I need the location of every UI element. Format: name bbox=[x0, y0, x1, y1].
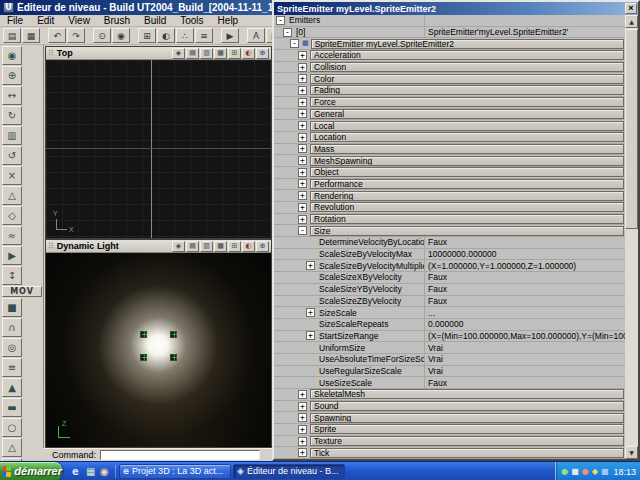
property-value[interactable]: (X=1.000000,Y=1.000000,Z=1.000000) bbox=[424, 260, 625, 271]
viewport-grip-icon[interactable]: ⠿ bbox=[48, 242, 54, 251]
zoom-mode-icon[interactable]: ⊕ bbox=[256, 241, 269, 252]
expander-icon[interactable]: + bbox=[306, 331, 315, 340]
mover-tool-button[interactable]: MOV bbox=[2, 286, 42, 297]
redo-icon[interactable]: ↷ bbox=[67, 28, 85, 43]
quicklaunch-media-icon[interactable]: ◉ bbox=[94, 464, 108, 478]
camera-icon[interactable]: ◉ bbox=[112, 28, 130, 43]
zone-portal-mode-icon[interactable]: ▥ bbox=[200, 48, 213, 59]
expander-icon[interactable]: + bbox=[298, 437, 307, 446]
close-icon[interactable]: × bbox=[625, 3, 637, 14]
property-row[interactable]: UniformSize Vrai bbox=[274, 342, 625, 354]
property-value[interactable]: Faux bbox=[424, 284, 625, 295]
command-input[interactable] bbox=[100, 450, 260, 460]
property-row[interactable]: + Acceleration bbox=[274, 50, 625, 62]
zone-portal-mode-icon[interactable]: ▥ bbox=[200, 241, 213, 252]
expander-icon[interactable]: + bbox=[298, 448, 307, 457]
property-row[interactable]: - Emitters bbox=[274, 15, 625, 27]
expander-icon[interactable]: - bbox=[276, 16, 285, 25]
property-row[interactable]: + Fading bbox=[274, 85, 625, 97]
textured-mode-icon[interactable]: ⊞ bbox=[228, 48, 241, 59]
save-icon[interactable]: ▦ bbox=[22, 28, 40, 43]
properties-scrollbar[interactable]: ▲ ▼ bbox=[625, 15, 638, 459]
texture-pan-icon[interactable]: ▥ bbox=[2, 126, 22, 145]
expander-icon[interactable]: + bbox=[298, 390, 307, 399]
menu-item[interactable]: File bbox=[0, 15, 30, 27]
matinee-icon[interactable]: ▶ bbox=[2, 246, 22, 265]
curved-stair-brush-icon[interactable]: ∩ bbox=[2, 318, 22, 337]
expander-icon[interactable]: + bbox=[298, 86, 307, 95]
spiral-stair-brush-icon[interactable]: ◎ bbox=[2, 338, 22, 357]
particle-sprite-icon[interactable]: + bbox=[140, 354, 147, 361]
properties-titlebar[interactable]: SpriteEmitter myLevel.SpriteEmitter2 × bbox=[274, 2, 638, 15]
property-value[interactable]: 0.000000 bbox=[424, 319, 625, 330]
property-row[interactable]: + Sound bbox=[274, 401, 625, 413]
terrain-brush-icon[interactable]: ▲ bbox=[2, 378, 22, 397]
quicklaunch-show-desktop-icon[interactable]: ▦ bbox=[80, 464, 94, 478]
menu-item[interactable]: View bbox=[61, 15, 97, 27]
cube-brush-icon[interactable]: ■ bbox=[2, 298, 22, 317]
realtime-preview-icon[interactable]: ◈ bbox=[172, 48, 185, 59]
property-row[interactable]: ScaleSizeYByVelocity Faux bbox=[274, 284, 625, 296]
expander-icon[interactable]: - bbox=[283, 28, 292, 37]
property-row[interactable]: + Spawning bbox=[274, 412, 625, 424]
property-value[interactable]: SpriteEmitter'myLevel.SpriteEmitter2' bbox=[424, 27, 625, 38]
particle-sprite-icon[interactable]: + bbox=[170, 354, 177, 361]
property-value[interactable]: Faux bbox=[424, 377, 625, 388]
expander-icon[interactable]: + bbox=[298, 215, 307, 224]
property-value[interactable] bbox=[424, 15, 625, 26]
property-row[interactable]: + SizeScale ... bbox=[274, 307, 625, 319]
tray-icon-5[interactable]: ■ bbox=[601, 467, 609, 476]
expander-icon[interactable]: + bbox=[298, 74, 307, 83]
texture-rotate-icon[interactable]: ↺ bbox=[2, 146, 22, 165]
task-button-projet-3d[interactable]: e Projet 3D : La 3D act... bbox=[119, 464, 231, 479]
property-value[interactable]: Faux bbox=[424, 296, 625, 307]
expander-icon[interactable]: + bbox=[298, 109, 307, 118]
tray-icon-1[interactable]: ● bbox=[561, 467, 568, 476]
quicklaunch-ie-icon[interactable]: e bbox=[66, 464, 80, 478]
property-value[interactable]: Faux bbox=[424, 237, 625, 248]
tray-icon-3[interactable]: ● bbox=[582, 467, 589, 476]
textured-mode-icon[interactable]: ⊞ bbox=[228, 241, 241, 252]
menu-item[interactable]: Tools bbox=[173, 15, 210, 27]
build-all-icon[interactable]: ≡ bbox=[195, 28, 213, 43]
property-row[interactable]: - ■ SpriteEmitter myLevel.SpriteEmitter2 bbox=[274, 38, 625, 50]
wireframe-mode-icon[interactable]: ▤ bbox=[186, 241, 199, 252]
property-row[interactable]: UseAbsoluteTimeForSizeScale Vrai bbox=[274, 354, 625, 366]
expander-icon[interactable]: - bbox=[298, 226, 307, 235]
property-row[interactable]: + StartSizeRange (X=(Min=100.000000,Max=… bbox=[274, 331, 625, 343]
undo-icon[interactable]: ↶ bbox=[48, 28, 66, 43]
property-row[interactable]: + MeshSpawning bbox=[274, 155, 625, 167]
expander-icon[interactable]: + bbox=[298, 98, 307, 107]
property-value[interactable]: Vrai bbox=[424, 366, 625, 377]
viewport-grip-icon[interactable]: ⠿ bbox=[48, 49, 54, 58]
start-button[interactable]: démarrer bbox=[0, 462, 62, 480]
property-row[interactable]: ScaleSizeByVelocityMax 10000000.000000 bbox=[274, 249, 625, 261]
search-actor-icon[interactable]: ⊙ bbox=[93, 28, 111, 43]
expander-icon[interactable]: + bbox=[306, 261, 315, 270]
taskbar-clock[interactable]: 18:13 bbox=[613, 467, 636, 477]
property-row[interactable]: + Collision bbox=[274, 62, 625, 74]
stair-brush-icon[interactable]: ≡ bbox=[2, 358, 22, 377]
build-paths-icon[interactable]: ∴ bbox=[176, 28, 194, 43]
sheet-brush-icon[interactable]: ▬ bbox=[2, 398, 22, 417]
zoom-mode-icon[interactable]: ⊕ bbox=[256, 48, 269, 59]
play-level-icon[interactable]: ▶ bbox=[221, 28, 239, 43]
tray-icon-4[interactable]: ◆ bbox=[592, 467, 598, 476]
property-row[interactable]: ScaleSizeXByVelocity Faux bbox=[274, 272, 625, 284]
property-value[interactable]: 10000000.000000 bbox=[424, 249, 625, 260]
menu-item[interactable]: Build bbox=[137, 15, 173, 27]
viewport-dynamic-header[interactable]: ⠿ Dynamic Light ◈▤▥▦⊞◐⊕ bbox=[46, 240, 271, 253]
cylinder-brush-icon[interactable]: ○ bbox=[2, 418, 22, 437]
property-row[interactable]: + Rotation bbox=[274, 214, 625, 226]
expander-icon[interactable]: + bbox=[298, 203, 307, 212]
property-row[interactable]: + Object bbox=[274, 167, 625, 179]
property-row[interactable]: UseSizeScale Faux bbox=[274, 377, 625, 389]
build-geometry-icon[interactable]: ⊞ bbox=[138, 28, 156, 43]
property-row[interactable]: + Mass bbox=[274, 144, 625, 156]
expander-icon[interactable]: + bbox=[298, 121, 307, 130]
property-row[interactable]: - Size bbox=[274, 225, 625, 237]
property-value[interactable]: Faux bbox=[424, 272, 625, 283]
realtime-preview-icon[interactable]: ◈ bbox=[172, 241, 185, 252]
property-value[interactable]: Vrai bbox=[424, 342, 625, 353]
texture-usage-mode-icon[interactable]: ▦ bbox=[214, 48, 227, 59]
